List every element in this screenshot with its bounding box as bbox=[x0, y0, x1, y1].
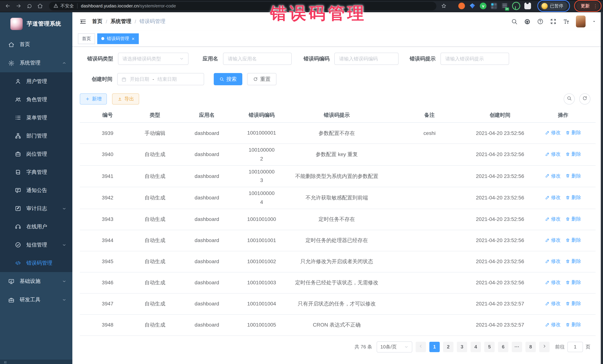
delete-link[interactable]: 删除 bbox=[566, 172, 581, 179]
edit-link[interactable]: 修改 bbox=[545, 321, 561, 328]
fullscreen-icon[interactable] bbox=[550, 18, 557, 25]
reset-button[interactable]: 重置 bbox=[247, 73, 277, 85]
edit-link[interactable]: 修改 bbox=[545, 151, 561, 158]
window-scrollbar[interactable] bbox=[601, 12, 603, 364]
sidebar-item-部门管理[interactable]: 部门管理 bbox=[0, 127, 72, 145]
help-icon[interactable] bbox=[537, 18, 544, 25]
delete-link[interactable]: 删除 bbox=[566, 321, 581, 328]
tabs-bar: 首页 错误码管理 × bbox=[72, 31, 603, 47]
delete-link[interactable]: 删除 bbox=[566, 151, 581, 158]
delete-link[interactable]: 删除 bbox=[566, 215, 581, 223]
search-icon[interactable] bbox=[511, 18, 518, 25]
page-button-5[interactable]: 5 bbox=[484, 342, 495, 352]
edit-link[interactable]: 修改 bbox=[545, 300, 561, 307]
chevron-left-icon bbox=[418, 344, 423, 350]
extension-icon[interactable] bbox=[512, 2, 520, 10]
cell-code: 1001001000 bbox=[239, 215, 284, 224]
extension-icon[interactable] bbox=[458, 3, 465, 9]
next-page-button[interactable] bbox=[539, 342, 550, 352]
sidebar-item-岗位管理[interactable]: 岗位管理 bbox=[0, 145, 72, 163]
sidebar-item-在线用户[interactable]: 在线用户 bbox=[0, 218, 72, 236]
extension-icon[interactable] bbox=[491, 3, 497, 9]
date-range-picker[interactable]: 开始日期 - 结束日期 bbox=[117, 73, 204, 85]
page-ellipsis[interactable]: ··· bbox=[512, 342, 522, 352]
breadcrumb-home[interactable]: 首页 bbox=[92, 18, 103, 25]
delete-link[interactable]: 删除 bbox=[566, 194, 581, 201]
font-size-icon[interactable] bbox=[563, 18, 570, 25]
hide-search-button[interactable] bbox=[564, 93, 575, 105]
add-button[interactable]: 新增 bbox=[80, 93, 107, 105]
delete-link[interactable]: 删除 bbox=[566, 129, 581, 136]
delete-link[interactable]: 删除 bbox=[566, 258, 581, 265]
bookmark-star-icon[interactable] bbox=[441, 3, 447, 9]
extension-icon[interactable]: v bbox=[480, 3, 487, 9]
breadcrumb-system[interactable]: 系统管理 bbox=[111, 18, 131, 25]
edit-link[interactable]: 修改 bbox=[545, 279, 561, 286]
error-msg-input[interactable] bbox=[441, 53, 509, 65]
edit-link[interactable]: 修改 bbox=[545, 215, 561, 223]
sidebar-item-字典管理[interactable]: 字典管理 bbox=[0, 163, 72, 181]
sidebar-item-审计日志[interactable]: 审计日志 bbox=[0, 199, 72, 218]
table-tools bbox=[564, 93, 596, 105]
page-button-2[interactable]: 2 bbox=[443, 342, 453, 352]
tab-home[interactable]: 首页 bbox=[78, 33, 95, 44]
col-code: 错误码编码 bbox=[239, 111, 284, 119]
notice-icon bbox=[15, 187, 21, 194]
sidebar-item-研发工具[interactable]: 研发工具 bbox=[0, 291, 72, 309]
tab-error-code[interactable]: 错误码管理 × bbox=[97, 33, 139, 44]
cell-ops: 修改删除 bbox=[531, 172, 596, 180]
goto-page-input[interactable] bbox=[567, 342, 583, 352]
cell-type: 手动编辑 bbox=[135, 129, 174, 137]
home-nav-icon[interactable] bbox=[36, 2, 44, 10]
page-button-4[interactable]: 4 bbox=[471, 342, 481, 352]
back-icon[interactable] bbox=[4, 2, 12, 10]
puzzle-extension-icon[interactable] bbox=[524, 3, 531, 9]
page-size-select[interactable]: 10条/页 bbox=[377, 342, 412, 353]
close-icon[interactable]: × bbox=[132, 36, 135, 41]
forward-icon[interactable] bbox=[14, 2, 23, 10]
error-code-input[interactable] bbox=[334, 53, 399, 65]
sidebar-item-短信管理[interactable]: 短信管理 bbox=[0, 236, 72, 254]
sidebar-item-错误码管理[interactable]: 错误码管理 bbox=[0, 254, 72, 272]
edit-link[interactable]: 修改 bbox=[545, 258, 561, 265]
sidebar-collapse-bar[interactable] bbox=[0, 360, 72, 364]
user-avatar[interactable] bbox=[576, 16, 586, 27]
edit-link[interactable]: 修改 bbox=[545, 236, 561, 244]
sidebar-item-通知公告[interactable]: 通知公告 bbox=[0, 181, 72, 199]
sidebar-item-用户管理[interactable]: 用户管理 bbox=[0, 72, 72, 90]
app-name-input[interactable] bbox=[223, 53, 292, 65]
error-type-select[interactable]: 请选择错误码类型 bbox=[118, 53, 188, 65]
chevron-down-icon[interactable] bbox=[592, 19, 596, 24]
page-button-1[interactable]: 1 bbox=[429, 342, 440, 352]
content: 错误码类型 请选择错误码类型 应用名 错误码编码 错误码提示 创建时间 bbox=[72, 47, 603, 364]
sidebar-item-角色管理[interactable]: 角色管理 bbox=[0, 90, 72, 109]
export-button[interactable]: 导出 bbox=[112, 93, 139, 105]
sidebar-item-label: 短信管理 bbox=[26, 242, 57, 248]
browser-menu-icon[interactable]: ⋮ bbox=[593, 3, 598, 8]
extension-icon[interactable] bbox=[469, 3, 476, 9]
delete-link[interactable]: 删除 bbox=[566, 279, 581, 286]
avatar bbox=[541, 3, 548, 9]
prev-page-button[interactable] bbox=[416, 342, 426, 352]
search-button[interactable]: 搜索 bbox=[214, 73, 242, 85]
edit-link[interactable]: 修改 bbox=[545, 172, 561, 179]
delete-link[interactable]: 删除 bbox=[566, 300, 581, 307]
edit-link[interactable]: 修改 bbox=[545, 194, 561, 201]
address-bar[interactable]: 不安全 dashboard.yudao.iocoder.cn/system/er… bbox=[49, 2, 436, 10]
reload-icon[interactable] bbox=[25, 2, 33, 10]
page-button-3[interactable]: 3 bbox=[457, 342, 467, 352]
edit-link[interactable]: 修改 bbox=[545, 129, 561, 136]
refresh-button[interactable] bbox=[579, 93, 590, 105]
sidebar-item-基础设施[interactable]: 基础设施 bbox=[0, 272, 72, 291]
sidebar-item-首页[interactable]: 首页 bbox=[0, 35, 72, 54]
page-button-8[interactable]: 8 bbox=[525, 342, 536, 352]
sidebar-item-系统管理[interactable]: 系统管理 bbox=[0, 54, 72, 72]
delete-link[interactable]: 删除 bbox=[566, 236, 581, 244]
update-chip[interactable]: 更新 ⋮ bbox=[576, 1, 599, 10]
page-button-6[interactable]: 6 bbox=[498, 342, 508, 352]
fold-menu-icon[interactable] bbox=[79, 18, 86, 25]
profile-chip[interactable]: 已暂停 bbox=[540, 1, 567, 10]
extension-icon[interactable]: on bbox=[501, 3, 508, 9]
github-icon[interactable] bbox=[524, 18, 531, 25]
sidebar-item-菜单管理[interactable]: 菜单管理 bbox=[0, 109, 72, 127]
